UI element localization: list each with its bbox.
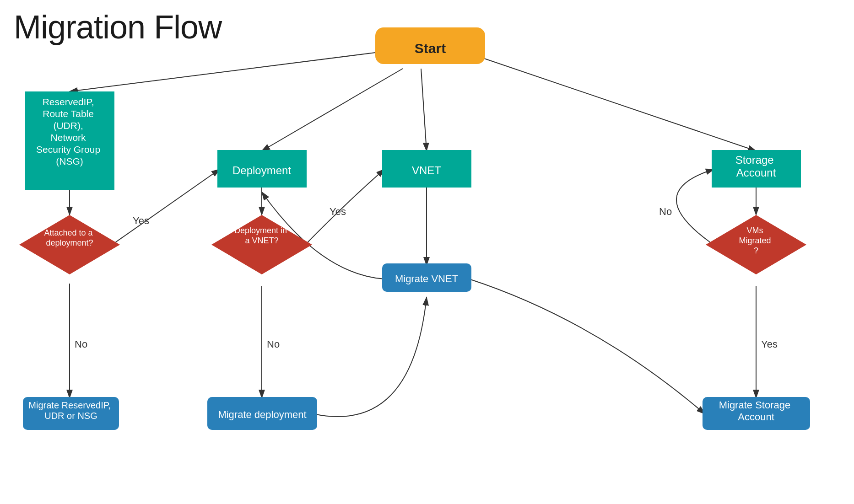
svg-line-7 — [115, 169, 220, 242]
svg-line-2 — [70, 53, 375, 91]
svg-line-3 — [262, 69, 403, 151]
deployment-label: Deployment — [232, 164, 291, 177]
migrate-deployment-label: Migrate deployment — [218, 409, 306, 420]
start-label: Start — [415, 41, 446, 56]
svg-text:No: No — [659, 206, 672, 217]
storage-label: Storage Account — [735, 154, 777, 179]
vnet-label: VNET — [412, 164, 441, 177]
svg-text:Yes: Yes — [330, 206, 346, 217]
svg-line-5 — [467, 53, 756, 151]
svg-line-4 — [421, 69, 427, 151]
migrate-vnet-label: Migrate VNET — [395, 273, 458, 284]
svg-text:No: No — [75, 338, 87, 350]
flowchart: Yes No Yes No No Yes Start ReservedIP, R… — [0, 0, 854, 504]
svg-text:Yes: Yes — [133, 215, 149, 226]
svg-text:Yes: Yes — [761, 338, 778, 350]
svg-text:No: No — [267, 338, 280, 350]
